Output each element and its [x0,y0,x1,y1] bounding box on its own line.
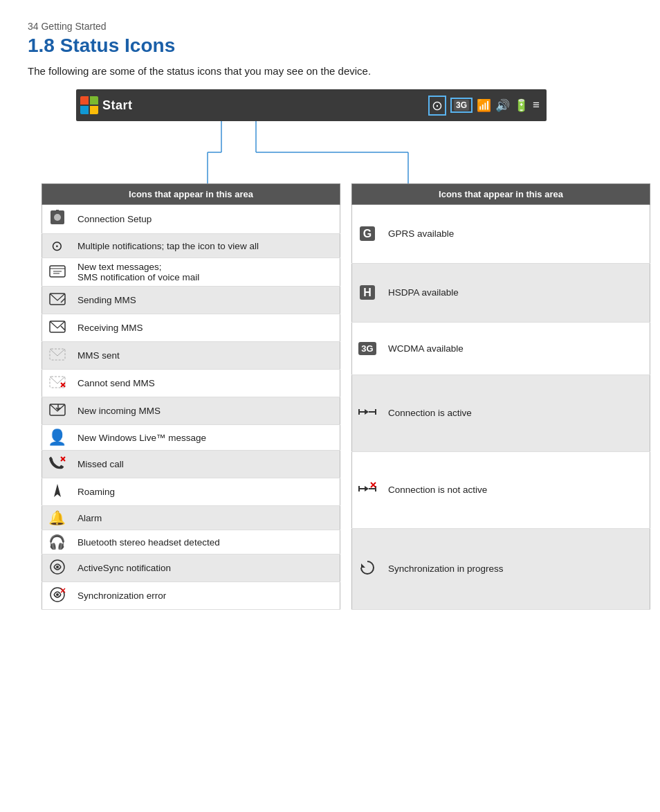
table-row: Synchronization in progress [352,528,650,609]
svg-rect-8 [56,210,59,214]
notifications-label: Multiple notifications; tap the icon to … [72,234,340,258]
table-row: 3G WCDMA available [352,322,650,375]
table-row: Synchronization error [42,582,340,610]
table-row: Receiving MMS [42,314,340,342]
wcdma-icon: 3G [358,342,376,355]
sending-mms-label: Sending MMS [72,287,340,314]
tables-container: Icons that appear in this area Connectio… [42,183,650,610]
windows-live-label: New Windows Live™ message [72,425,340,451]
start-label: Start [102,98,133,113]
status-bar: Start ⊙ 3G 📶 🔊 🔋 ≡ [69,89,553,121]
activesync-label: ActiveSync notification [72,554,340,582]
connection-active-label: Connection is active [383,375,650,451]
menu-icon: ≡ [533,98,540,112]
bluetooth-headset-label: Bluetooth stereo headset detected [72,530,340,554]
table-row: Connection is not active [352,451,650,528]
signal-icon: 📶 [477,98,491,113]
notifications-icon: ⊙ [51,238,63,253]
highlight-left: ⊙ [428,96,446,116]
connection-not-active-label: Connection is not active [383,451,650,528]
sync-error-icon [48,595,66,606]
sms-icon [48,272,66,282]
sms-label: New text messages;SMS notification of vo… [72,258,340,287]
sending-mms-icon [48,300,66,310]
right-icons-table: Icons that appear in this area G GPRS av… [351,183,650,610]
3g-icon: 3G [454,100,469,111]
connector-diagram [69,121,553,183]
table-row: 👤 New Windows Live™ message [42,425,340,451]
connection-setup-icon [48,214,66,229]
table-row: New incoming MMS [42,397,340,425]
table-row: H HSDPA available [352,263,650,322]
svg-point-29 [56,593,59,596]
missed-call-icon [48,464,66,474]
missed-call-label: Missed call [72,451,340,478]
svg-marker-25 [54,484,61,497]
svg-line-16 [61,326,65,330]
table-row: ⊙ Multiple notifications; tap the icon t… [42,234,340,258]
svg-point-27 [56,566,59,568]
connector-svg [69,121,553,183]
table-row: New text messages;SMS notification of vo… [42,258,340,287]
windows-logo-icon [80,96,98,114]
svg-marker-38 [365,486,369,491]
left-table-header: Icons that appear in this area [42,184,340,205]
activesync-icon [48,568,66,578]
roaming-label: Roaming [72,478,340,506]
incoming-mms-label: New incoming MMS [72,397,340,425]
section-title: 1.8 Status Icons [28,35,632,57]
alarm-icon: 🔔 [48,510,66,525]
sync-progress-label: Synchronization in progress [383,528,650,609]
table-row: Sending MMS [42,287,340,314]
gprs-label: GPRS available [383,205,650,264]
gprs-icon: G [360,226,375,241]
table-row: Connection is active [352,375,650,451]
table-row: Missed call [42,451,340,478]
svg-point-7 [54,214,61,221]
notification-icon: ⊙ [432,98,443,114]
hsdpa-icon: H [360,285,375,300]
table-row: Connection Setup [42,205,340,234]
hsdpa-label: HSDPA available [383,263,650,322]
table-row: 🎧 Bluetooth stereo headset detected [42,530,340,554]
connection-active-icon [358,412,377,422]
incoming-mms-icon [48,410,66,421]
sync-error-label: Synchronization error [72,582,340,610]
connection-not-active-icon [358,489,377,499]
battery-icon: 🔋 [514,98,529,113]
intro-text: The following are some of the status ico… [28,65,632,77]
table-row: MMS sent [42,342,340,370]
svg-marker-44 [361,563,365,568]
table-row: Cannot send MMS [42,370,340,397]
table-row: 🔔 Alarm [42,506,340,530]
alarm-label: Alarm [72,506,340,530]
volume-icon: 🔊 [495,98,510,113]
table-row: Roaming [42,478,340,506]
bluetooth-headset-icon: 🎧 [48,534,66,550]
table-row: G GPRS available [352,205,650,264]
cannot-send-mms-label: Cannot send MMS [72,370,340,397]
table-row: ActiveSync notification [42,554,340,582]
sync-progress-icon [358,568,376,579]
svg-marker-33 [365,409,369,415]
left-icons-table: Icons that appear in this area Connectio… [42,183,340,610]
mms-sent-label: MMS sent [72,342,340,370]
connection-setup-label: Connection Setup [72,205,340,234]
svg-line-14 [61,298,65,303]
receiving-mms-icon [48,327,66,338]
roaming-icon [48,491,66,502]
right-table-header: Icons that appear in this area [352,184,650,205]
windows-live-icon: 👤 [48,428,66,446]
highlight-right: 3G [450,98,473,113]
cannot-send-mms-icon [48,383,66,393]
mms-sent-icon [48,355,66,366]
wcdma-label: WCDMA available [383,322,650,375]
page-number: 34 Getting Started [28,21,632,32]
receiving-mms-label: Receiving MMS [72,314,340,342]
